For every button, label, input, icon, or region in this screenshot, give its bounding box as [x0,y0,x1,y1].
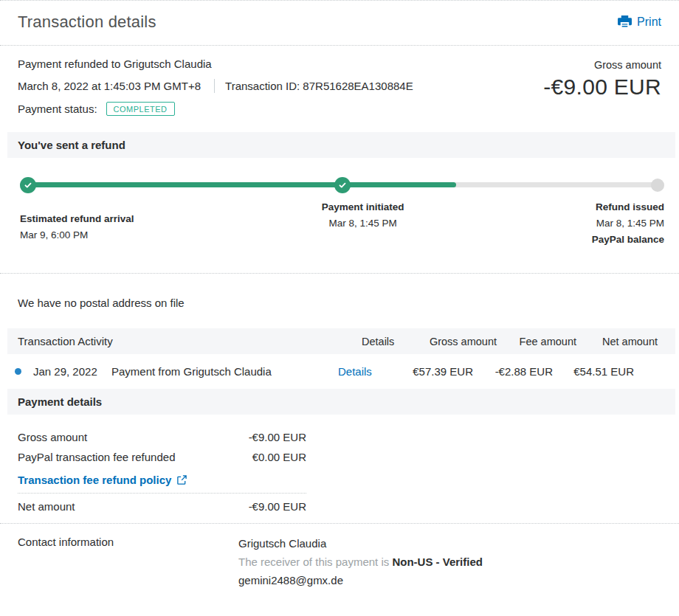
timeline-step-issued: Refund issued Mar 8, 1:45 PM PayPal bala… [592,199,664,248]
row-fee-amount: -€2.88 EUR [473,365,553,378]
print-button[interactable]: Print [618,15,661,29]
net-amount-label: Net amount [18,500,207,513]
timeline-step-arrival: Estimated refund arrival Mar 9, 6:00 PM [20,199,134,248]
contact-label: Contact information [18,536,238,591]
transaction-details-page: Transaction details Print Payment refund… [0,0,679,616]
gross-amount-value: -€9.00 EUR [543,75,661,100]
row-net-amount: €54.51 EUR [553,365,634,378]
detail-label: Gross amount [18,431,207,443]
postal-address-note: We have no postal address on file [0,274,679,328]
receiver-status-line: The receiver of this payment is Non-US -… [238,554,483,570]
row-gross-amount: €57.39 EUR [397,365,473,378]
transaction-id: Transaction ID: 87R51628EA130884E [225,80,413,92]
detail-label: PayPal transaction fee refunded [18,451,176,463]
page-header: Transaction details Print [0,1,679,46]
column-header-fee: Fee amount [497,336,576,347]
row-date: Jan 29, 2022 [33,365,111,378]
detail-value: -€9.00 EUR [207,431,306,443]
fee-refund-policy-link[interactable]: Transaction fee refund policy [18,474,187,486]
row-description: Payment from Grigutsch Claudia [111,365,338,378]
contact-section: Contact information Grigutsch Claudia Th… [0,524,679,591]
detail-value: €0.00 EUR [207,451,306,463]
timeline-progress [27,182,456,187]
external-link-icon [176,474,187,485]
refund-recipient-text: Payment refunded to Grigutsch Claudia [18,58,413,70]
vertical-divider [214,79,215,93]
refund-section-title: You've sent a refund [18,139,125,151]
table-row: Jan 29, 2022 Payment from Grigutsch Clau… [0,354,679,389]
refund-section-header: You've sent a refund [7,132,675,158]
step-complete-icon [20,177,36,193]
status-badge: COMPLETED [106,102,175,116]
details-link[interactable]: Details [338,365,397,378]
summary-section: Payment refunded to Grigutsch Claudia Ma… [0,46,679,123]
payment-detail-row: Gross amount -€9.00 EUR [18,431,661,443]
page-title: Transaction details [18,13,156,32]
timeline-step-initiated: Payment initiated Mar 8, 1:45 PM [322,199,404,248]
column-header-details: Details [362,336,421,347]
print-icon [618,15,632,29]
net-amount-row: Net amount -€9.00 EUR [18,500,661,513]
activity-title: Transaction Activity [18,335,362,347]
status-dot-icon [15,368,21,375]
transaction-date: March 8, 2022 at 1:45:03 PM GMT+8 [18,80,201,92]
refund-timeline: Estimated refund arrival Mar 9, 6:00 PM … [0,158,679,248]
net-amount-value: -€9.00 EUR [207,500,306,513]
activity-table-header: Transaction Activity Details Gross amoun… [7,328,675,354]
payment-status-label: Payment status: [18,103,97,115]
step-complete-icon [334,177,351,193]
gross-amount-label: Gross amount [543,59,661,71]
column-header-net: Net amount [576,336,658,347]
column-header-gross: Gross amount [421,336,497,347]
payment-detail-row: PayPal transaction fee refunded €0.00 EU… [18,451,661,463]
print-label: Print [637,15,661,29]
payment-details-header: Payment details [7,389,675,415]
payment-details-title: Payment details [18,395,102,408]
step-pending-icon [651,179,664,192]
payment-details-section: Gross amount -€9.00 EUR PayPal transacti… [0,415,679,513]
contact-name: Grigutsch Claudia [238,536,483,551]
contact-email: gemini2488@gmx.de [238,572,483,588]
net-amount-divider [18,493,306,494]
